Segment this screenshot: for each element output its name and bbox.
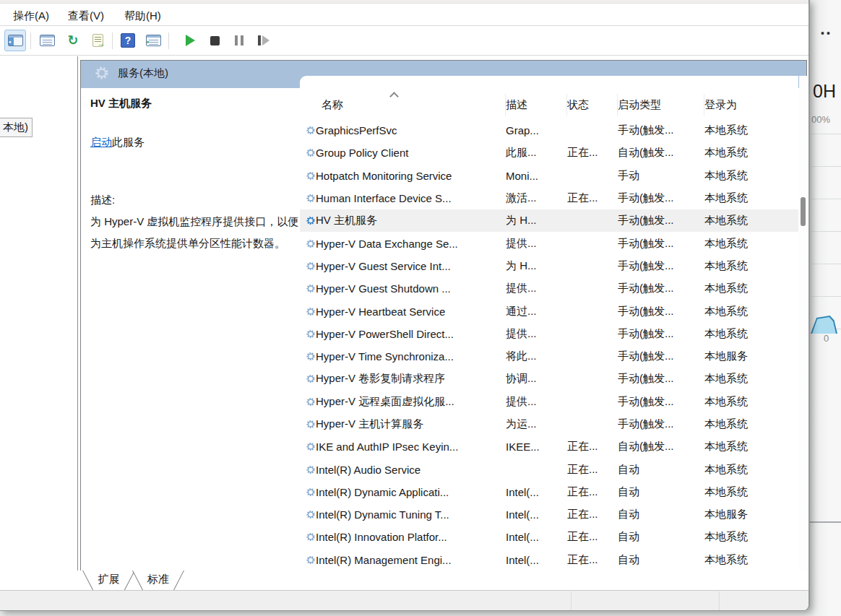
table-row[interactable]: Hyper-V Time Synchroniza... 将此... 手动(触发.… — [300, 345, 798, 368]
table-row[interactable]: Hyper-V Guest Shutdown ... 提供... 手动(触发..… — [300, 277, 798, 300]
status-divider — [719, 591, 720, 611]
stop-icon — [210, 36, 220, 45]
start-service-button[interactable] — [179, 30, 201, 51]
stop-service-button[interactable] — [204, 30, 225, 51]
start-service-link[interactable]: 启动 — [90, 136, 112, 148]
view-tabs: 扩展 标准 — [0, 571, 810, 591]
table-row[interactable]: Group Policy Client 此服... 正在... 自动(触发...… — [300, 142, 798, 164]
background-window[interactable]: •• 0H 00% 0 — [810, 0, 841, 616]
refresh-icon: ↻ — [67, 32, 78, 48]
column-header-logon[interactable]: 登录为 — [704, 94, 798, 116]
service-logon-cell: 本地系统 — [704, 463, 798, 477]
titlebar-sliver — [0, 0, 808, 4]
service-logon-cell: 本地系统 — [704, 485, 798, 499]
service-gear-icon — [300, 124, 316, 136]
table-row[interactable]: Hyper-V 主机计算服务 为运... 手动(触发... 本地系统 — [300, 413, 798, 435]
table-row[interactable]: Intel(R) Audio Service 正在... 自动 本地系统 — [300, 458, 798, 480]
tree-item-services-local[interactable]: 本地) — [0, 118, 33, 137]
table-row[interactable]: GraphicsPerfSvc Grap... 手动(触发... 本地系统 — [300, 119, 798, 142]
pane-title: 服务(本地) — [118, 65, 168, 80]
service-name-cell: Hyper-V Guest Shutdown ... — [316, 282, 506, 295]
table-row[interactable]: IKE and AuthIP IPsec Keyin... IKEE... 正在… — [300, 435, 798, 458]
service-gear-icon — [300, 305, 316, 318]
table-row[interactable]: Intel(R) Dynamic Tuning T... Intel(... 正… — [300, 503, 798, 526]
description-label: 描述: — [90, 194, 115, 207]
refresh-button[interactable]: ↻ — [62, 30, 84, 51]
column-header-name[interactable]: 名称 — [300, 94, 506, 116]
service-desc-cell: 提供... — [506, 282, 567, 295]
toggle-action-pane-button[interactable]: ▸ — [142, 30, 164, 51]
service-logon-cell: 本地系统 — [704, 169, 798, 183]
service-desc-cell: Intel(... — [506, 531, 567, 543]
service-desc-cell: 激活... — [506, 191, 567, 205]
tab-extended[interactable]: 扩展 — [82, 571, 135, 591]
column-header-status[interactable]: 状态 — [567, 94, 618, 116]
scrollbar-thumb[interactable] — [801, 197, 806, 226]
column-header-desc[interactable]: 描述 — [506, 94, 567, 116]
list-header: 名称 描述 状态 启动类型 登录为 — [300, 94, 798, 116]
service-startup-cell: 自动 — [618, 485, 704, 499]
services-gear-icon — [94, 65, 110, 81]
help-icon: ? — [121, 33, 135, 48]
help-button[interactable]: ? — [117, 30, 139, 51]
table-row[interactable]: Hotpatch Monitoring Service Moni... 手动 本… — [300, 165, 798, 187]
service-logon-cell: 本地系统 — [704, 214, 798, 227]
service-status-cell: 正在... — [567, 440, 618, 454]
service-status-cell: 正在... — [567, 191, 618, 205]
service-startup-cell: 手动(触发... — [618, 372, 704, 386]
toolbar-separator — [30, 32, 31, 49]
table-row[interactable]: Hyper-V 卷影复制请求程序 协调... 手动(触发... 本地系统 — [300, 368, 798, 390]
service-logon-cell: 本地系统 — [704, 123, 798, 137]
table-row[interactable]: Intel(R) Management Engi... Intel(... 正在… — [300, 549, 798, 571]
list-scrollbar[interactable] — [799, 76, 807, 571]
background-window-text: 0H — [813, 81, 836, 102]
service-name-cell: Hyper-V PowerShell Direct... — [316, 328, 506, 340]
service-startup-cell: 自动 — [618, 553, 704, 567]
properties-button[interactable] — [36, 30, 58, 51]
table-row[interactable]: Hyper-V PowerShell Direct... 提供... 手动(触发… — [300, 323, 798, 345]
toggle-console-tree-button[interactable] — [4, 30, 26, 51]
graph-scale-label: 00% — [811, 114, 830, 125]
service-gear-icon — [300, 531, 316, 543]
menu-action[interactable]: 操作(A) — [9, 8, 53, 25]
table-row[interactable]: Intel(R) Dynamic Applicati... Intel(... … — [300, 481, 798, 503]
service-desc-cell: Moni... — [506, 170, 567, 182]
service-name-cell: Hyper-V Guest Service Int... — [316, 260, 506, 272]
pause-service-button[interactable] — [228, 30, 250, 51]
table-row[interactable]: Human Interface Device S... 激活... 正在... … — [300, 187, 798, 209]
tab-standard[interactable]: 标准 — [132, 571, 184, 591]
service-logon-cell: 本地系统 — [704, 395, 798, 409]
service-status-cell: 正在... — [567, 463, 618, 477]
action-pane-icon: ▸ — [146, 35, 161, 46]
export-list-button[interactable]: → — [87, 30, 108, 51]
table-row[interactable]: Hyper-V Guest Service Int... 为 H... 手动(触… — [300, 255, 798, 277]
menu-view[interactable]: 查看(V) — [64, 8, 108, 25]
service-desc-cell: 为运... — [506, 417, 567, 431]
service-gear-icon — [300, 192, 316, 204]
table-row[interactable]: HV 主机服务 为 H... 手动(触发... 本地系统 — [300, 209, 798, 232]
start-service-line: 启动此服务 — [90, 136, 145, 149]
service-logon-cell: 本地服务 — [704, 350, 798, 363]
table-row[interactable]: Intel(R) Innovation Platfor... Intel(...… — [300, 526, 798, 548]
service-logon-cell: 本地系统 — [704, 237, 798, 251]
service-name-cell: IKE and AuthIP IPsec Keyin... — [316, 441, 506, 453]
service-name-cell: Hyper-V Data Exchange Se... — [316, 238, 506, 250]
pane-splitter[interactable] — [77, 56, 78, 591]
service-startup-cell: 手动(触发... — [618, 214, 704, 227]
service-startup-cell: 手动(触发... — [618, 305, 704, 318]
column-header-startup[interactable]: 启动类型 — [618, 94, 704, 116]
table-row[interactable]: Hyper-V Heartbeat Service 通过... 手动(触发...… — [300, 300, 798, 322]
service-name-cell: Intel(R) Audio Service — [316, 464, 506, 476]
service-name-cell: Hyper-V 卷影复制请求程序 — [316, 372, 506, 386]
service-logon-cell: 本地系统 — [704, 530, 798, 544]
toolbar-separator — [168, 32, 169, 49]
restart-service-button[interactable] — [253, 30, 275, 51]
service-logon-cell: 本地系统 — [704, 282, 798, 295]
service-desc-cell: 提供... — [506, 395, 567, 409]
service-logon-cell: 本地系统 — [704, 327, 798, 341]
table-row[interactable]: Hyper-V 远程桌面虚拟化服... 提供... 手动(触发... 本地系统 — [300, 391, 798, 413]
table-row[interactable]: Hyper-V Data Exchange Se... 提供... 手动(触发.… — [300, 232, 798, 254]
menu-help[interactable]: 帮助(H) — [120, 8, 165, 25]
service-gear-icon — [300, 147, 316, 159]
service-startup-cell: 手动(触发... — [618, 191, 704, 205]
